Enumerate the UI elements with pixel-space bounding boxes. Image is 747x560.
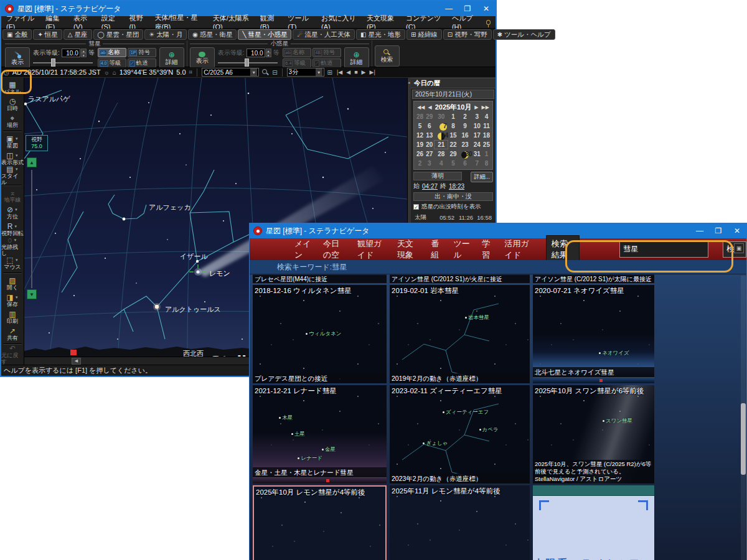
sidebar-item-horizon[interactable]: ⌅地平線	[1, 187, 24, 204]
prev-month-button[interactable]: ◀	[428, 105, 431, 110]
menu-item-6[interactable]: 天体/太陽系(O)	[213, 14, 251, 30]
mag-slider[interactable]	[33, 58, 93, 67]
chart-icon[interactable]: ⊟	[272, 69, 277, 76]
minimize-button[interactable]: —	[690, 223, 709, 238]
tab-sun-moon[interactable]: ☀太陽・月	[144, 29, 187, 40]
calendar-day-cell[interactable]: 1	[448, 112, 458, 121]
sidebar-item-display-format[interactable]: ◫▼表示形式	[1, 150, 24, 167]
calendar-day-cell[interactable]: 1	[482, 149, 491, 159]
scroll-left-button[interactable]: ◀	[72, 358, 81, 365]
show-小惑星-button[interactable]: 表示	[190, 47, 215, 68]
coords-display[interactable]: 139°44'E 35°39'N	[120, 68, 173, 76]
menu-item-4[interactable]: 視野(I)	[129, 14, 146, 30]
scroll-thumb[interactable]	[741, 403, 746, 475]
time-step-combo[interactable]: 3分▼	[287, 68, 324, 77]
tab-planets-satellites[interactable]: ◉惑星・衛星	[188, 29, 237, 40]
calendar-day-cell[interactable]: 17	[472, 131, 482, 140]
twilight-detail-button[interactable]: 詳細...	[471, 172, 493, 182]
sidebar-item-trail[interactable]: ◌▼光跡残し	[1, 238, 24, 254]
next-year-button[interactable]: ▶▶	[482, 105, 489, 110]
calendar-day-cell[interactable]: 8	[482, 159, 491, 168]
btn-軌道[interactable]: ⟋軌道	[312, 58, 341, 68]
calendar-day-cell[interactable]: 4	[482, 112, 491, 121]
sidebar-item-style[interactable]: ▤▼スタイル	[1, 167, 24, 184]
menu-item-3[interactable]: 設定(S)	[101, 14, 121, 30]
calendar-day-cell[interactable]: 12	[415, 131, 425, 140]
result-tile[interactable]: 2025年10月 スワン彗星が6等前後スワン彗星2025年10月、スワン彗星 (…	[533, 385, 654, 483]
calendar-day-cell[interactable]: 2	[415, 159, 425, 168]
spinner-arrows[interactable]: ▲▼	[81, 49, 87, 57]
nav-item-2[interactable]: 観望ガイド	[357, 238, 386, 261]
calendar-day-cell[interactable]: 8	[448, 121, 458, 131]
menu-item-12[interactable]: ヘルプ(H)	[452, 14, 477, 30]
sidebar-item-share[interactable]: ↗共有	[1, 325, 24, 342]
calendar-day-cell[interactable]: 15	[448, 131, 458, 140]
nav-item-1[interactable]: 今日の空	[323, 238, 346, 261]
result-tile[interactable]: 2020-07-21 ネオワイズ彗星ネオワイズ北斗七星とネオワイズ彗星	[533, 285, 654, 383]
btn-軌道[interactable]: ⟋軌道	[128, 58, 156, 68]
sidebar-item-chart[interactable]: ▣▼星図	[1, 133, 24, 150]
sidebar-item-mouse[interactable]: ⬚▼マウス	[1, 254, 24, 271]
calendar-day-cell[interactable]: 5	[448, 159, 458, 168]
mag-spinner[interactable]: 10.0▲▼	[247, 49, 271, 57]
mag-spinner[interactable]: 10.0▲▼	[62, 49, 87, 57]
result-tile[interactable]: 2025年11月 レモン彗星が4等前後レモン彗星	[390, 485, 530, 560]
menu-item-7[interactable]: 観測(B)	[260, 14, 280, 30]
jump-start-button[interactable]: |◀	[336, 69, 344, 75]
calendar-day-cell[interactable]: 16	[458, 131, 472, 140]
calendar-day-cell[interactable]: 23	[458, 140, 472, 149]
calendar-day-cell[interactable]: 28	[434, 149, 448, 159]
calendar-day-cell[interactable]: 25	[482, 140, 491, 149]
panel-toggle-button[interactable]: ▣	[734, 243, 744, 253]
calendar-day-cell[interactable]: 3	[425, 159, 434, 168]
menu-item-8[interactable]: ツール(T)	[288, 14, 312, 30]
result-tile[interactable]: 2025年10月 レモン彗星が4等前後レモン彗星	[253, 485, 387, 560]
result-tile[interactable]: 2023-02-11 ズィーティーエフ彗星ズィーティーエフカペラぎょしゃ2023…	[390, 385, 530, 483]
show-彗星-button[interactable]: 表示	[5, 47, 30, 68]
close-button[interactable]: ✕	[477, 1, 496, 16]
next-month-button[interactable]: ▶	[474, 105, 478, 110]
nav-item-4[interactable]: 番組	[431, 238, 442, 261]
nav-item-0[interactable]: メイン	[294, 238, 312, 261]
calendar-day-cell[interactable]: 6	[458, 159, 472, 168]
calendar-day-cell[interactable]: 7	[472, 159, 482, 168]
sidebar-item-azimuth[interactable]: ⊘▼方位	[1, 204, 24, 221]
show-planet-times-checkbox[interactable]: ✓	[413, 204, 419, 210]
btn-名称[interactable]: ab名称	[98, 48, 126, 57]
sidebar-item-fov-rotate[interactable]: R▼視野回転	[1, 221, 24, 238]
tab-fov-frame[interactable]: ⊡視野・写野	[443, 29, 492, 40]
play-button[interactable]: ▶	[360, 69, 367, 75]
result-tile[interactable]: 2021-12-21 レナード彗星木星土星金星レナード金星・土星・木星とレナード…	[253, 385, 387, 483]
maximize-button[interactable]: ❐	[709, 223, 728, 238]
menu-item-10[interactable]: 天文現象(P)	[367, 14, 397, 30]
prev-year-button[interactable]: ◀◀	[417, 105, 425, 110]
tab-meteors-artificial[interactable]: ☄流星・人工天体	[293, 29, 354, 40]
calendar-day-cell[interactable]: 29	[425, 112, 434, 121]
btn-符号[interactable]: 1P符号	[128, 48, 156, 57]
calendar-day-cell[interactable]: 19	[415, 140, 425, 149]
result-tile[interactable]: 2019-02-01 岩本彗星岩本彗星2019年2月の動き（赤道座標）	[390, 285, 530, 383]
calendar-day-cell[interactable]: 29	[448, 149, 458, 159]
zoom-in-button[interactable]: ▲	[27, 157, 37, 167]
tab-grid-lines[interactable]: ⊞経緯線	[406, 29, 442, 40]
nav-item-7[interactable]: 活用ガイド	[505, 238, 533, 261]
detail-彗星-button[interactable]: ⊕詳細	[159, 47, 184, 68]
slider-thumb[interactable]	[245, 58, 249, 67]
mag-slider[interactable]	[218, 58, 278, 67]
btn-符号[interactable]: 4B符号	[312, 48, 341, 57]
detail-小惑星-button[interactable]: ⊕詳細	[344, 47, 369, 68]
calendar-day-cell[interactable]: 20	[425, 140, 434, 149]
calendar-day-cell[interactable]: 5	[415, 121, 425, 131]
tab-skyglow-terrain[interactable]: ◧星光・地形	[356, 29, 405, 40]
sidebar-item-location[interactable]: ⌖場所	[1, 113, 24, 129]
tab-constellations[interactable]: △星座	[63, 29, 92, 40]
search-object-icon[interactable]	[262, 69, 269, 76]
menu-item-11[interactable]: コンテンツ(C)	[406, 14, 443, 30]
calendar-day-cell[interactable]: 11	[482, 121, 491, 131]
calendar-day-cell[interactable]: 27	[425, 149, 434, 159]
calendar-day-cell[interactable]: 26	[415, 149, 425, 159]
stop-button[interactable]: ■	[353, 69, 359, 75]
sidebar-item-datetime[interactable]: ◷日時	[1, 96, 24, 113]
calendar-day-cell[interactable]: 10	[472, 121, 482, 131]
mag-value[interactable]: 10.0	[247, 49, 265, 57]
